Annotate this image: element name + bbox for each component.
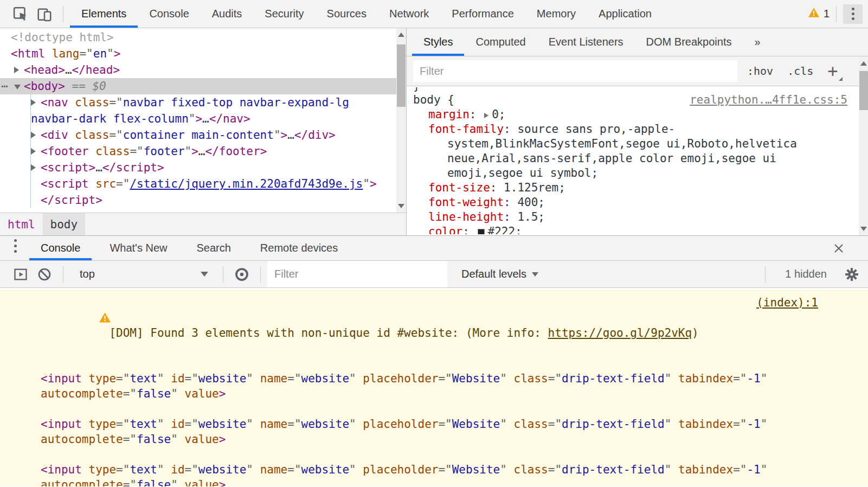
drawer-tabs: ConsoleWhat's NewSearchRemote devices — [29, 236, 349, 260]
toolbar-divider — [765, 266, 766, 283]
warning-counter[interactable]: 1 — [808, 7, 830, 21]
console-sidebar-icon[interactable] — [9, 262, 33, 286]
console-messages[interactable]: [DOM] Found 3 elements with non-unique i… — [0, 288, 868, 486]
breadcrumb: htmlbody — [0, 213, 406, 235]
scroll-up-icon[interactable] — [398, 33, 404, 37]
scrollbar-thumb[interactable] — [859, 71, 868, 110]
styles-tabs: StylesComputedEvent ListenersDOM Breakpo… — [407, 28, 868, 56]
css-declaration-color[interactable]: color: #222; — [407, 225, 852, 234]
body-children-group: <nav class="navbar fixed-top navbar-expa… — [30, 94, 396, 208]
inspect-element-icon[interactable] — [9, 2, 33, 26]
color-swatch[interactable] — [478, 229, 485, 234]
styles-sidebar: StylesComputedEvent ListenersDOM Breakpo… — [407, 28, 868, 235]
chevron-down-icon — [201, 272, 208, 277]
console-element-preview[interactable]: <input type="text" id="website" name="we… — [41, 462, 798, 486]
dom-tree-node[interactable]: <nav class="navbar fixed-top navbar-expa… — [31, 94, 396, 127]
warning-icon — [16, 297, 111, 342]
context-label: top — [80, 268, 95, 280]
drawer-menu-kebab-icon[interactable] — [9, 236, 22, 255]
drawer-tab-search[interactable]: Search — [185, 236, 242, 260]
css-declaration-font-weight[interactable]: font-weight: 400; — [407, 195, 852, 210]
execution-context-select[interactable]: top — [70, 261, 216, 287]
drawer-tab-remote-devices[interactable]: Remote devices — [249, 236, 349, 260]
styles-rules[interactable]: }body {realpython.…4ff1e.css:5margin: 0;… — [407, 86, 868, 234]
device-toolbar-icon[interactable] — [33, 2, 56, 26]
log-levels-select[interactable]: Default levels — [461, 268, 538, 280]
dom-tree-node[interactable]: <footer class="footer">…</footer> — [31, 143, 396, 159]
collapsed-arrow-icon[interactable] — [31, 126, 41, 143]
expanded-arrow-icon[interactable] — [14, 78, 24, 94]
panel-tab-memory[interactable]: Memory — [525, 0, 587, 28]
scrollbar-thumb[interactable] — [397, 44, 406, 107]
console-element-preview[interactable]: <input type="text" id="website" name="we… — [41, 416, 798, 447]
top-bar-divider — [63, 6, 63, 22]
hidden-count-label: 1 hidden — [785, 268, 827, 280]
dom-tree-node[interactable]: <script src="/static/jquery.min.220afd74… — [31, 176, 396, 192]
toggle-cls-button[interactable]: .cls — [787, 65, 813, 78]
panel-tab-security[interactable]: Security — [253, 0, 315, 28]
collapsed-arrow-icon[interactable] — [14, 61, 24, 78]
levels-label: Default levels — [461, 268, 526, 280]
styles-tab-[interactable]: » — [743, 28, 771, 56]
console-warning-message[interactable]: [DOM] Found 3 elements with non-unique i… — [0, 290, 868, 486]
stylesheet-source-link[interactable]: realpython.…4ff1e.css:5 — [690, 93, 847, 107]
live-expression-eye-icon[interactable] — [230, 262, 254, 286]
close-icon — [834, 244, 844, 253]
toolbar-divider — [223, 266, 223, 283]
styles-tab-styles[interactable]: Styles — [412, 28, 464, 56]
warning-summary: [DOM] Found 3 elements with non-unique i… — [41, 295, 798, 371]
toolbar-divider — [260, 266, 261, 283]
top-bar-right-divider — [836, 6, 837, 22]
drawer-tab-what-s-new[interactable]: What's New — [98, 236, 178, 260]
panel-tab-elements[interactable]: Elements — [70, 0, 138, 28]
rule-selector-row[interactable]: body {realpython.…4ff1e.css:5 — [407, 93, 852, 107]
styles-tab-event-listeners[interactable]: Event Listeners — [537, 28, 635, 56]
elements-dom-tree[interactable]: <!doctype html><html lang="en"><head>…</… — [0, 28, 396, 213]
toggle-hov-button[interactable]: :hov — [747, 65, 773, 78]
css-declaration-margin[interactable]: margin: 0; — [407, 107, 852, 122]
clear-console-icon[interactable] — [33, 262, 56, 286]
css-declaration-font-size[interactable]: font-size: 1.125rem; — [407, 181, 852, 195]
panel-tab-application[interactable]: Application — [587, 0, 663, 28]
scroll-up-icon[interactable] — [860, 61, 867, 66]
panel-tab-audits[interactable]: Audits — [201, 0, 254, 28]
console-element-preview[interactable]: <input type="text" id="website" name="we… — [41, 371, 798, 401]
message-source-link[interactable]: (index):1 — [756, 295, 818, 310]
dom-tree-node[interactable]: <script>…</script> — [31, 159, 396, 176]
styles-tab-computed[interactable]: Computed — [464, 28, 537, 56]
css-declaration-font-family[interactable]: font-family: source sans pro,-apple-syst… — [407, 122, 852, 181]
collapsed-arrow-icon[interactable] — [31, 143, 41, 159]
css-declaration-line-height[interactable]: line-height: 1.5; — [407, 210, 852, 225]
collapsed-arrow-icon[interactable] — [31, 94, 41, 110]
console-settings-gear-icon[interactable] — [840, 262, 864, 286]
panel-tab-network[interactable]: Network — [378, 0, 440, 28]
scroll-down-icon[interactable] — [860, 227, 867, 231]
new-style-rule-button[interactable]: + — [827, 66, 838, 76]
dom-tree-node[interactable]: <!doctype html> — [0, 29, 396, 46]
expand-value-arrow-icon[interactable] — [484, 113, 488, 118]
collapsed-arrow-icon[interactable] — [31, 159, 41, 175]
breadcrumb-item-body[interactable]: body — [43, 213, 86, 235]
elements-scrollbar[interactable] — [396, 28, 406, 213]
drawer-tab-console[interactable]: Console — [29, 236, 92, 260]
console-filter-input[interactable] — [267, 268, 447, 280]
dom-tree-node[interactable]: ⋯<body> == $0 — [0, 78, 396, 94]
drawer-tab-bar: ConsoleWhat's NewSearchRemote devices — [0, 236, 868, 261]
scroll-down-icon[interactable] — [398, 204, 404, 208]
dom-tree-node[interactable]: <html lang="en"> — [0, 46, 396, 62]
warning-icon — [808, 7, 820, 21]
clipped-previous-rule: } — [407, 87, 852, 93]
panel-tab-sources[interactable]: Sources — [316, 0, 378, 28]
close-drawer-button[interactable] — [829, 239, 848, 258]
dom-tree-node[interactable]: </script> — [31, 192, 396, 208]
styles-scrollbar[interactable] — [859, 57, 868, 235]
dom-tree-node[interactable]: <div class="container main-content">…</d… — [31, 127, 396, 143]
main-menu-kebab-icon[interactable] — [843, 4, 863, 24]
dom-tree-node[interactable]: <head>…</head> — [0, 62, 396, 78]
panel-tab-performance[interactable]: Performance — [440, 0, 525, 28]
panel-tab-console[interactable]: Console — [138, 0, 200, 28]
node-overflow-dots-icon[interactable]: ⋯ — [1, 78, 9, 94]
breadcrumb-item-html[interactable]: html — [0, 213, 43, 235]
styles-filter-input[interactable] — [413, 60, 737, 82]
styles-tab-dom-breakpoints[interactable]: DOM Breakpoints — [635, 28, 743, 56]
